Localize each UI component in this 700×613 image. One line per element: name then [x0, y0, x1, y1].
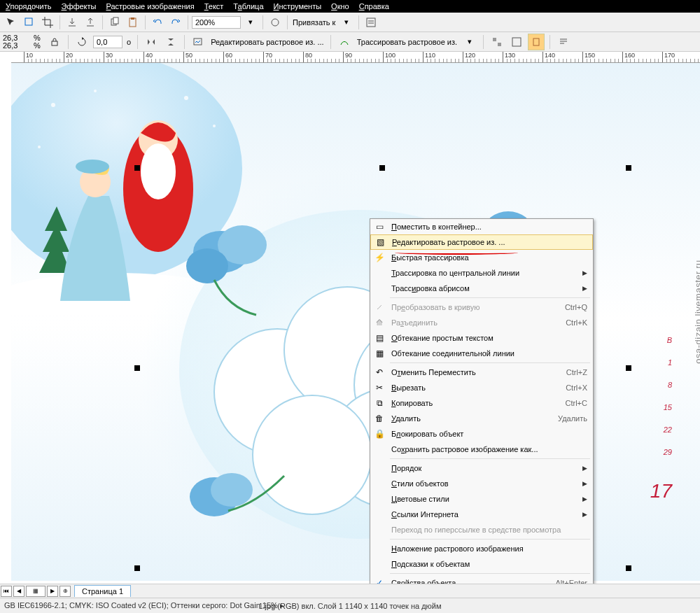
zoom-input[interactable] [192, 16, 241, 29]
cm-object-hints[interactable]: Подсказки к объектам [370, 556, 593, 572]
svg-point-24 [38, 146, 41, 148]
transparency-icon[interactable] [528, 34, 545, 50]
page-add-icon[interactable]: ▦ [26, 586, 46, 597]
cm-save-bitmap[interactable]: Сохранить растровое изображение как... [370, 442, 593, 457]
edit-bitmap-icon: ▧ [371, 235, 389, 249]
delete-icon: 🗑 [370, 411, 388, 426]
svg-rect-10 [498, 43, 501, 46]
menu-bitmaps[interactable]: Растровые изображения [106, 2, 194, 10]
trace-bitmap-icon[interactable] [336, 34, 353, 50]
cm-outline-trace[interactable]: Трассировка абрисом ▶ [370, 281, 593, 296]
options-icon[interactable] [363, 14, 379, 31]
cm-wrap-connector[interactable]: ▦ Обтекание соединительной линии [370, 346, 593, 361]
selection-handle[interactable] [134, 365, 140, 371]
menu-text[interactable]: Текст [204, 2, 224, 10]
undo-icon: ↶ [370, 365, 388, 380]
tool-arrow-icon[interactable] [3, 14, 20, 31]
degree-label: o [125, 38, 132, 46]
cm-copy[interactable]: ⧉ Копировать Ctrl+C [370, 395, 593, 411]
edit-bitmap-icon[interactable] [190, 34, 206, 50]
lock-icon: 🔒 [370, 426, 388, 442]
cm-object-styles[interactable]: Стили объектов ▶ [370, 476, 593, 491]
wrap-text-icon: ▤ [370, 330, 388, 346]
mirror-v-icon[interactable] [162, 34, 179, 50]
rotation-input[interactable] [93, 36, 122, 48]
selection-handle[interactable] [626, 365, 631, 371]
tool-crop-icon[interactable] [39, 14, 56, 31]
toolbar-main: ▾ Привязать к ▾ [0, 13, 700, 32]
tool-pick-icon[interactable] [21, 14, 38, 31]
cm-centerline-trace[interactable]: Трассировка по центральной линии ▶ [370, 265, 593, 281]
menu-effects[interactable]: Эффекты [61, 2, 96, 10]
trace-dropdown-icon[interactable]: ▾ [461, 34, 478, 50]
cm-edit-bitmap[interactable]: ▧ Редактировать растровое из. ... [370, 234, 593, 250]
copy-icon[interactable] [106, 14, 123, 31]
cm-color-styles[interactable]: Цветовые стили ▶ [370, 491, 593, 507]
status-bar: GB IEC61966-2.1; CMYK: ISO Coated v2 (EC… [0, 598, 700, 613]
cm-undo-move[interactable]: ↶ Отменить Переместить Ctrl+Z [370, 365, 593, 380]
menu-window[interactable]: Окно [331, 2, 349, 10]
page-next-icon[interactable]: ▶ [47, 586, 58, 597]
copy-icon: ⧉ [370, 395, 388, 411]
cm-cut[interactable]: ✂ Вырезать Ctrl+X [370, 380, 593, 395]
undo-icon[interactable] [149, 14, 166, 31]
cm-wrap-text[interactable]: ▤ Обтекание простым текстом [370, 330, 593, 346]
svg-rect-8 [194, 38, 202, 45]
submenu-arrow-icon: ▶ [577, 495, 587, 502]
position-xy: 26,3 26,3 [3, 34, 31, 50]
cm-lock-object[interactable]: 🔒 Блокировать объект [370, 426, 593, 442]
lock-ratio-icon[interactable] [46, 34, 63, 50]
context-menu[interactable]: ▭ Поместить в контейнер... ▧ Редактирова… [370, 218, 594, 607]
bitmap-mode-icon[interactable] [508, 34, 525, 50]
import-icon[interactable] [64, 14, 80, 31]
svg-point-22 [184, 96, 188, 100]
tool-extra1-icon[interactable] [267, 14, 284, 31]
svg-rect-4 [131, 17, 134, 20]
cm-place-in-container[interactable]: ▭ Поместить в контейнер... [370, 219, 593, 234]
menu-arrange[interactable]: Упорядочить [6, 2, 51, 10]
paste-icon[interactable] [125, 14, 141, 31]
cm-hyperlink-jump: Переход по гиперссылке в средстве просмо… [370, 522, 593, 537]
snap-label: Привязать к [291, 18, 337, 27]
selection-handle[interactable] [626, 565, 631, 571]
svg-rect-6 [367, 18, 375, 27]
edit-bitmap-label[interactable]: Редактировать растровое из. ... [209, 38, 326, 46]
cm-order[interactable]: Порядок ▶ [370, 460, 593, 476]
selection-handle[interactable] [134, 165, 140, 171]
status-color-profile: GB IEC61966-2.1; CMYK: ISO Coated v2 (EC… [4, 601, 284, 610]
container-icon: ▭ [370, 219, 388, 234]
mirror-h-icon[interactable] [143, 34, 160, 50]
watermark: osa-dizain.livemaster.ru [694, 260, 701, 364]
selection-handle[interactable] [134, 565, 140, 571]
trace-bitmap-label[interactable]: Трассировать растровое из. [356, 38, 458, 46]
menubar[interactable]: Упорядочить Эффекты Растровые изображени… [0, 0, 700, 13]
rotate-icon[interactable] [74, 34, 90, 50]
wrap-para-icon[interactable] [555, 34, 572, 50]
submenu-arrow-icon: ▶ [577, 269, 587, 276]
canvas[interactable]: В 1 8 15 22 29 17 [11, 63, 700, 581]
selection-handle[interactable] [626, 165, 631, 171]
svg-rect-12 [533, 38, 539, 45]
menu-table[interactable]: Таблица [233, 2, 263, 10]
redo-icon[interactable] [167, 14, 184, 31]
export-icon[interactable] [82, 14, 99, 31]
page-first-icon[interactable]: ⏮ [1, 586, 12, 597]
svg-rect-11 [512, 38, 521, 46]
page-tab-1[interactable]: Страница 1 [74, 585, 131, 597]
svg-rect-7 [52, 41, 57, 45]
cm-delete[interactable]: 🗑 Удалить Удалить [370, 411, 593, 426]
cm-bitmap-overlay[interactable]: Наложение растрового изображения [370, 541, 593, 556]
snap-dropdown-icon[interactable]: ▾ [338, 14, 355, 31]
menu-tools[interactable]: Инструменты [274, 2, 322, 10]
page-prev-icon[interactable]: ◀ [13, 586, 24, 597]
cm-internet-links[interactable]: Ссылки Интернета ▶ [370, 507, 593, 522]
svg-point-32 [186, 248, 228, 283]
selection-handle[interactable] [379, 165, 385, 171]
zoom-dropdown-icon[interactable]: ▾ [242, 14, 259, 31]
submenu-arrow-icon: ▶ [577, 465, 587, 472]
menu-help[interactable]: Справка [359, 2, 389, 10]
svg-rect-9 [493, 38, 496, 41]
wrap-connector-icon: ▦ [370, 346, 388, 361]
page-add-end-icon[interactable]: ⊕ [59, 586, 71, 597]
resample-icon[interactable] [489, 34, 505, 50]
